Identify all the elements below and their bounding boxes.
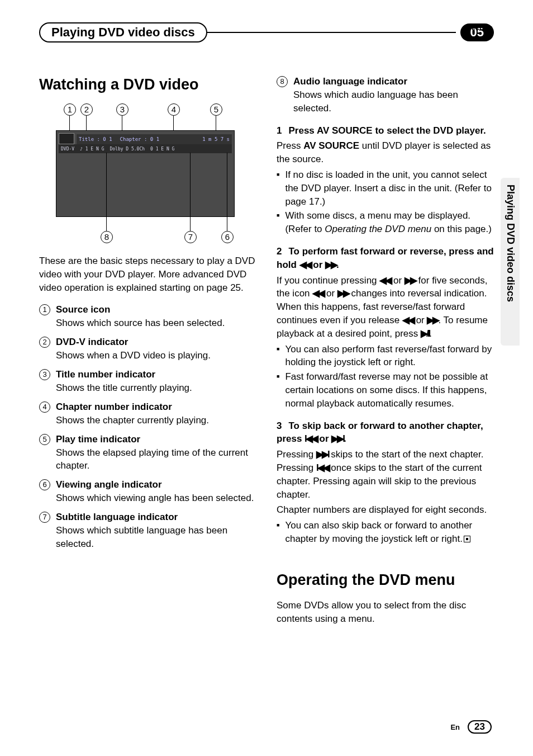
def-item: 4Chapter number indicator	[39, 401, 256, 413]
rewind-icon: ◀◀	[299, 259, 311, 270]
screen-angle: 0 1 E N G	[150, 147, 174, 152]
screen-dolby: Dolby D 5.0Ch	[110, 147, 145, 152]
play-pause-icon: ▶/II	[421, 328, 429, 339]
step-3-heading: 3To skip back or forward to another chap…	[277, 419, 494, 446]
def-item: 3Title number indicator	[39, 369, 256, 380]
bullet: With some discs, a menu may be displayed…	[277, 209, 494, 236]
step-3-body2: Chapter numbers are displayed for eight …	[277, 503, 494, 517]
dvd-screen-diagram: 1 2 3 4 5 Title : 0 1 Chapter : 0 1 1 m …	[56, 103, 235, 243]
left-column: Watching a DVD video 1 2 3 4 5 Title : 0…	[39, 76, 256, 627]
next-icon: ▶▶I	[316, 449, 329, 460]
callout-line	[190, 153, 191, 231]
def-title: Play time indicator	[56, 434, 140, 445]
def-item: 6Viewing angle indicator	[39, 479, 256, 490]
def-item: 1Source icon	[39, 304, 256, 315]
circled-number: 4	[39, 401, 50, 413]
def-desc: Shows when a DVD video is playing.	[56, 349, 256, 362]
content-columns: Watching a DVD video 1 2 3 4 5 Title : 0…	[39, 76, 494, 627]
screen-time: 1 m 5 7 s	[202, 136, 230, 142]
def-desc: Shows which subtitle language has been s…	[56, 524, 256, 551]
footer-lang: En	[450, 723, 460, 731]
callout-4: 4	[168, 103, 180, 116]
callout-1: 1	[64, 103, 76, 116]
side-tab: Playing DVD video discs	[501, 178, 520, 346]
dvd-screen: Title : 0 1 Chapter : 0 1 1 m 5 7 s DVD-…	[56, 130, 235, 217]
fast-forward-icon: ▶▶	[427, 315, 438, 325]
def-desc: Shows which audio language has been sele…	[293, 88, 494, 115]
next-icon: ▶▶I	[331, 433, 344, 444]
heading-watching: Watching a DVD video	[39, 76, 256, 93]
fast-forward-icon: ▶▶	[404, 275, 416, 286]
rewind-icon: ◀◀	[379, 275, 391, 286]
callout-7: 7	[184, 231, 197, 243]
step-1-body: Press AV SOURCE until DVD player is sele…	[277, 139, 494, 166]
step-1-heading: 1Press AV SOURCE to select the DVD playe…	[277, 124, 494, 138]
step-2-body: If you continue pressing ◀◀ or ▶▶ for fi…	[277, 274, 494, 341]
bullet: Fast forward/fast reverse may not be pos…	[277, 370, 494, 410]
source-icon	[59, 133, 74, 144]
previous-icon: I◀◀	[316, 462, 329, 473]
bullet: If no disc is loaded in the unit, you ca…	[277, 168, 494, 208]
def-title: DVD-V indicator	[56, 337, 128, 348]
def-desc: Shows the elapsed playing time of the cu…	[56, 446, 256, 473]
screen-src: DVD-V	[61, 147, 74, 152]
circled-number: 2	[39, 337, 50, 348]
page-number: 23	[468, 720, 492, 734]
bullet: You can also skip back or forward to ano…	[277, 519, 494, 546]
previous-icon: I◀◀	[304, 433, 317, 444]
circled-number: 6	[39, 479, 50, 490]
step-num: 2	[277, 246, 282, 257]
def-title: Subtitle language indicator	[56, 512, 178, 523]
circled-number: 8	[277, 76, 288, 87]
circled-number: 1	[39, 304, 50, 315]
fast-forward-icon: ▶▶	[337, 288, 349, 299]
def-desc: Shows the chapter currently playing.	[56, 414, 256, 427]
def-desc: Shows the title currently playing.	[56, 381, 256, 395]
callout-6: 6	[221, 231, 234, 243]
section-label: Section	[467, 23, 493, 32]
step-3-body: Pressing ▶▶I skips to the start of the n…	[277, 448, 494, 501]
intro-text: These are the basic steps necessary to p…	[39, 254, 256, 294]
right-column: 8Audio language indicator Shows which au…	[277, 76, 494, 627]
def-desc: Shows which source has been selected.	[56, 316, 256, 330]
step-num: 3	[277, 420, 282, 431]
screen-title: Title : 0 1	[79, 136, 112, 142]
circled-number: 5	[39, 434, 50, 445]
rewind-icon: ◀◀	[312, 288, 323, 299]
def-title: Title number indicator	[56, 369, 155, 380]
def-desc: Shows which viewing angle has been selec…	[56, 492, 256, 505]
def-title: Audio language indicator	[293, 76, 407, 87]
def-item: 7Subtitle language indicator	[39, 512, 256, 523]
bullet: You can also perform fast reverse/fast f…	[277, 343, 494, 370]
operating-intro: Some DVDs allow you to select from the d…	[277, 599, 494, 626]
callout-8: 8	[101, 231, 113, 243]
screen-audio: ♪ 1 E N G	[80, 147, 104, 152]
screen-info-bar-2: DVD-V ♪ 1 E N G Dolby D 5.0Ch 0 1 E N G	[59, 144, 232, 153]
def-title: Chapter number indicator	[56, 401, 172, 413]
callout-5: 5	[210, 103, 222, 116]
def-title: Source icon	[56, 304, 110, 315]
footer: En 23	[450, 720, 492, 734]
callout-line	[227, 153, 227, 231]
callout-2: 2	[80, 103, 93, 116]
callout-3: 3	[116, 103, 129, 116]
step-num: 1	[277, 125, 282, 136]
side-tab-text: Playing DVD video discs	[505, 185, 516, 302]
heading-operating-menu: Operating the DVD menu	[277, 571, 494, 589]
def-item: 8Audio language indicator	[277, 76, 494, 87]
end-mark-icon	[464, 536, 470, 542]
circled-number: 7	[39, 512, 50, 523]
rewind-icon: ◀◀	[402, 315, 413, 325]
step-2-heading: 2To perform fast forward or reverse, pre…	[277, 245, 494, 272]
callout-line	[106, 153, 107, 231]
chapter-line	[198, 32, 456, 33]
screen-chapter: Chapter : 0 1	[120, 136, 159, 142]
page: Section Playing DVD video discs 05 Playi…	[0, 0, 533, 756]
callout-line	[69, 116, 70, 130]
chapter-title: Playing DVD video discs	[39, 22, 207, 42]
chapter-header: Playing DVD video discs 05	[39, 22, 494, 42]
def-item: 2DVD-V indicator	[39, 337, 256, 348]
fast-forward-icon: ▶▶	[325, 259, 336, 270]
screen-info-bar-1: Title : 0 1 Chapter : 0 1 1 m 5 7 s	[77, 134, 232, 144]
def-title: Viewing angle indicator	[56, 479, 162, 490]
